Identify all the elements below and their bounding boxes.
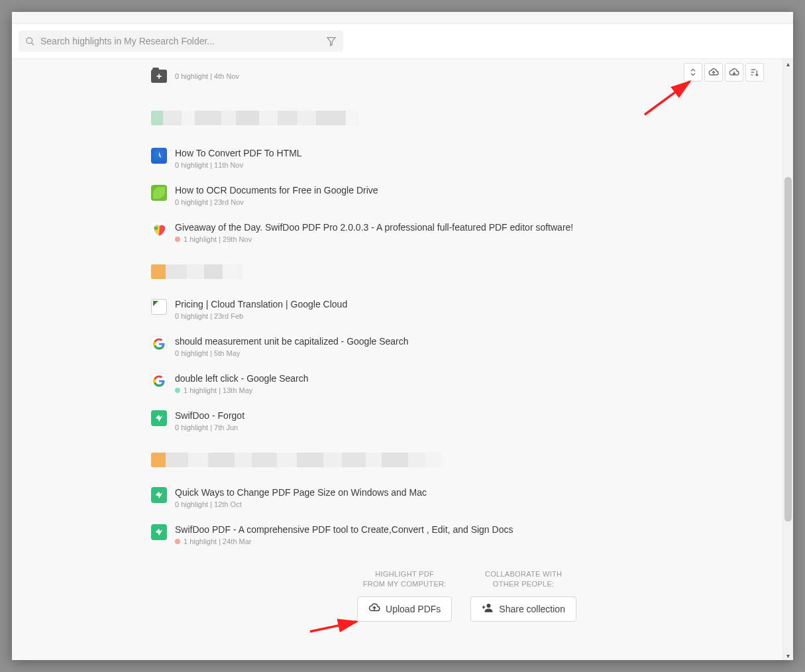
- highlight-dot: [175, 388, 180, 393]
- item-meta: 0 highlight | 7th Jun: [175, 423, 244, 431]
- item-body: SwifDoo PDF - A comprehensive PDF tool t…: [175, 524, 513, 545]
- item-body: Pricing | Cloud Translation | Google Clo…: [175, 299, 347, 320]
- redacted-item: [151, 453, 782, 467]
- cloud-upload-icon: [368, 602, 380, 616]
- share-caption: COLLABORATE WITH OTHER PEOPLE:: [485, 569, 562, 590]
- item-meta: 0 highlight | 5th May: [175, 349, 409, 357]
- scroll-up-arrow[interactable]: ▴: [783, 59, 793, 68]
- list-item[interactable]: SwifDoo PDF - A comprehensive PDF tool t…: [151, 516, 782, 553]
- scroll-down-arrow[interactable]: ▾: [783, 651, 793, 660]
- cloud-upload-button[interactable]: [704, 63, 723, 82]
- item-meta: 0 highlight | 23rd Feb: [175, 312, 347, 320]
- svg-point-0: [27, 37, 32, 43]
- item-title: Giveaway of the Day. SwifDoo PDF Pro 2.0…: [175, 222, 573, 233]
- item-meta: 0 highlight | 11th Nov: [175, 161, 302, 169]
- upload-label: Upload PDFs: [386, 604, 441, 614]
- item-body: double left click - Google Search 1 high…: [175, 373, 309, 394]
- item-meta: 1 highlight | 29th Nov: [175, 235, 573, 243]
- content-area: + 0 highlight | 4th Nov How To Convert P…: [12, 58, 793, 660]
- item-body: How to OCR Documents for Free in Google …: [175, 185, 378, 206]
- filter-icon[interactable]: [326, 36, 337, 46]
- upload-pdfs-button[interactable]: Upload PDFs: [357, 596, 452, 622]
- list-column: + 0 highlight | 4th Nov How To Convert P…: [12, 59, 782, 660]
- item-meta: 1 highlight | 24th Mar: [175, 537, 513, 545]
- item-title: How to OCR Documents for Free in Google …: [175, 185, 378, 196]
- share-label: Share collection: [499, 604, 565, 614]
- item-meta: 0 highlight | 12th Oct: [175, 500, 427, 508]
- highlight-dot: [175, 237, 180, 242]
- site-icon: [151, 148, 167, 164]
- add-folder-icon: +: [151, 70, 167, 83]
- app-window: + 0 highlight | 4th Nov How To Convert P…: [12, 12, 793, 660]
- scrollbar-thumb[interactable]: [784, 177, 792, 522]
- item-title: should measurement unit be capitalized -…: [175, 336, 409, 347]
- list-item[interactable]: Pricing | Cloud Translation | Google Clo…: [151, 291, 782, 328]
- item-body: How To Convert PDF To HTML 0 highlight |…: [175, 148, 302, 169]
- share-col: COLLABORATE WITH OTHER PEOPLE: Share col…: [470, 569, 576, 622]
- search-input[interactable]: [40, 36, 321, 46]
- list-item[interactable]: How To Convert PDF To HTML 0 highlight |…: [151, 140, 782, 177]
- toolbar-right: [684, 63, 764, 82]
- svg-point-8: [154, 227, 158, 231]
- list-item[interactable]: double left click - Google Search 1 high…: [151, 365, 782, 402]
- redacted-item: [151, 264, 782, 279]
- site-icon: [151, 336, 167, 352]
- svg-point-10: [487, 604, 491, 608]
- vertical-scrollbar[interactable]: ▴ ▾: [782, 59, 793, 660]
- search-wrap[interactable]: [19, 30, 343, 52]
- folder-meta: 0 highlight | 4th Nov: [175, 72, 239, 80]
- add-person-icon: [482, 602, 494, 616]
- search-bar: [12, 24, 793, 58]
- svg-marker-2: [327, 38, 335, 46]
- redacted-item: [151, 111, 782, 125]
- search-icon: [25, 36, 35, 46]
- item-body: should measurement unit be capitalized -…: [175, 336, 409, 357]
- svg-line-1: [32, 42, 34, 44]
- list-item[interactable]: Giveaway of the Day. SwifDoo PDF Pro 2.0…: [151, 214, 782, 251]
- share-collection-button[interactable]: Share collection: [470, 596, 576, 622]
- cloud-download-button[interactable]: [725, 63, 743, 82]
- list-item[interactable]: should measurement unit be capitalized -…: [151, 328, 782, 365]
- highlight-dot: [175, 539, 180, 544]
- sort-button[interactable]: [745, 63, 764, 82]
- expand-collapse-button[interactable]: [684, 63, 702, 82]
- item-meta: 1 highlight | 13th May: [175, 386, 309, 394]
- list-item[interactable]: How to OCR Documents for Free in Google …: [151, 177, 782, 214]
- item-title: SwifDoo - Forgot: [175, 410, 244, 421]
- broken-image-icon: [151, 299, 167, 315]
- item-body: SwifDoo - Forgot 0 highlight | 7th Jun: [175, 410, 244, 431]
- list-item[interactable]: SwifDoo - Forgot 0 highlight | 7th Jun: [151, 402, 782, 439]
- site-icon: [151, 524, 167, 540]
- item-body: Quick Ways to Change PDF Page Size on Wi…: [175, 487, 427, 508]
- items-list: How To Convert PDF To HTML 0 highlight |…: [151, 107, 782, 553]
- list-item[interactable]: Quick Ways to Change PDF Page Size on Wi…: [151, 479, 782, 516]
- site-icon: [151, 185, 167, 201]
- item-title: SwifDoo PDF - A comprehensive PDF tool t…: [175, 524, 513, 535]
- item-title: Quick Ways to Change PDF Page Size on Wi…: [175, 487, 427, 498]
- site-icon: [151, 373, 167, 389]
- site-icon: [151, 222, 167, 238]
- item-title: How To Convert PDF To HTML: [175, 148, 302, 158]
- item-body: Giveaway of the Day. SwifDoo PDF Pro 2.0…: [175, 222, 573, 243]
- upload-caption: HIGHLIGHT PDF FROM MY COMPUTER:: [363, 569, 447, 590]
- item-meta: 0 highlight | 23rd Nov: [175, 198, 378, 206]
- site-icon: [151, 410, 167, 426]
- item-title: Pricing | Cloud Translation | Google Clo…: [175, 299, 347, 309]
- footer: HIGHLIGHT PDF FROM MY COMPUTER: Upload P…: [151, 553, 782, 640]
- site-icon: [151, 487, 167, 503]
- window-topstrip: [12, 12, 793, 24]
- upload-col: HIGHLIGHT PDF FROM MY COMPUTER: Upload P…: [357, 569, 452, 622]
- item-title: double left click - Google Search: [175, 373, 309, 384]
